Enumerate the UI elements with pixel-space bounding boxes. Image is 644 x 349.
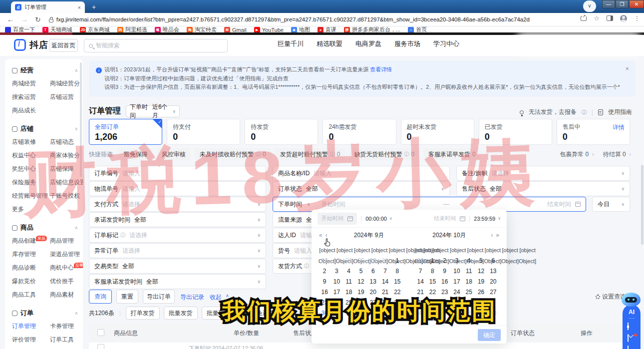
stat-card[interactable]: 24h需发货 0 ✓: [322, 119, 396, 145]
shortcut-link[interactable]: 包裹异常 0 ›: [560, 150, 594, 159]
header-nav-link[interactable]: 电商罗盘: [355, 39, 381, 48]
view-details-link[interactable]: 查看详情: [370, 66, 392, 72]
start-date-input[interactable]: 开始时间: [318, 213, 357, 225]
day-cell[interactable]: 27: [330, 256, 342, 266]
day-cell[interactable]: 10: [330, 277, 342, 287]
day-cell[interactable]: 24: [330, 298, 342, 308]
day-cell[interactable]: 3: [487, 298, 499, 308]
day-cell[interactable]: 28: [379, 298, 391, 308]
sidebar-item[interactable]: 商品管理: [50, 234, 83, 248]
sidebar-item[interactable]: 渠道品管理: [50, 248, 83, 261]
filter-product[interactable]: 商品名称/ID 请输入: [273, 166, 450, 181]
sidebar-section-header[interactable]: 订单 ∧: [12, 307, 83, 320]
stat-card[interactable]: 待支付 0 ✓: [167, 119, 240, 145]
stat-card-detail-link[interactable]: 详情: [613, 123, 625, 132]
day-cell[interactable]: 14: [379, 277, 391, 287]
window-maximize-button[interactable]: ❐: [616, 0, 629, 8]
sidebar-item[interactable]: 保险服务: [12, 176, 50, 189]
filter-abnormal-order[interactable]: 异常订单 请选择 ∨: [89, 243, 266, 258]
header-nav-link[interactable]: 精选联盟: [317, 39, 342, 48]
header-nav-link[interactable]: 巨量千川: [278, 39, 304, 48]
day-cell[interactable]: 9: [319, 277, 330, 287]
sidebar-item[interactable]: 子账号授权: [50, 189, 83, 203]
quick-filter-tag[interactable]: 豁免保障: [119, 148, 153, 160]
assistant-avatar[interactable]: [621, 292, 642, 308]
header-nav-link[interactable]: 学习中心: [433, 39, 459, 48]
bookmark-item[interactable]: M Gmail: [224, 27, 247, 33]
sidebar-section-header[interactable]: 店铺 ∨: [12, 122, 83, 135]
quick-filter-tag[interactable]: 未及时揽收赔付预警 ⓘ 0: [195, 148, 271, 160]
day-cell[interactable]: 29: [426, 298, 438, 308]
reset-button[interactable]: 重置: [116, 290, 138, 304]
day-cell[interactable]: 8: [463, 308, 475, 319]
security-button[interactable]: [628, 346, 636, 349]
refresh-icon[interactable]: ↻: [35, 15, 41, 23]
sidebar-item[interactable]: 订单管理: [12, 320, 50, 333]
day-cell[interactable]: 3: [451, 256, 463, 266]
day-cell[interactable]: 16: [319, 287, 330, 298]
next-month-icon[interactable]: ›: [489, 232, 494, 239]
batch-button[interactable]: 批量发货: [164, 307, 198, 320]
sidebar-item[interactable]: 卡券管理: [50, 320, 83, 333]
sidebar-scrollbar[interactable]: [80, 62, 82, 177]
stat-card[interactable]: 全部订单 1,206 ✓: [89, 119, 162, 145]
day-cell[interactable]: 27: [487, 287, 499, 298]
day-cell[interactable]: 23: [439, 287, 451, 298]
day-cell[interactable]: 21: [414, 287, 426, 298]
day-cell[interactable]: 25: [343, 298, 355, 308]
bookmark-star-icon[interactable]: ☆: [594, 14, 600, 22]
day-cell[interactable]: 30: [367, 256, 379, 266]
batch-button[interactable]: 批量免运费: [240, 307, 280, 320]
sidebar-item[interactable]: 更多: [12, 203, 50, 216]
shortcut-link[interactable]: 待结算 0 ›: [603, 150, 631, 159]
day-cell[interactable]: 5: [426, 308, 438, 319]
window-close-button[interactable]: ✕: [629, 0, 644, 8]
stat-card[interactable]: 超时未发货 0 ✓: [401, 119, 474, 145]
batch-button[interactable]: 批量取消: [202, 307, 236, 320]
sidebar-item[interactable]: 店铺运营: [50, 90, 83, 104]
start-time-select[interactable]: 00:00:00 ∨: [365, 216, 392, 222]
stat-card[interactable]: 售后中 0 详情 ✓: [557, 119, 630, 145]
day-cell[interactable]: 10: [451, 266, 463, 277]
quick-filter-tag[interactable]: 风控审核: [157, 148, 191, 160]
user-guide-link[interactable]: 使用指南: [608, 108, 632, 116]
day-cell[interactable]: 26: [355, 298, 367, 308]
day-cell[interactable]: 30: [414, 256, 426, 266]
row-checkbox[interactable]: [97, 344, 104, 349]
day-cell[interactable]: 28: [343, 256, 355, 266]
tab-close-icon[interactable]: ×: [78, 4, 81, 10]
sidebar-item[interactable]: 库存管理: [12, 248, 50, 261]
browser-tab[interactable]: d 订单管理 ×: [11, 1, 85, 13]
filter-order-status[interactable]: 订单状态 全部 ∨: [273, 181, 450, 196]
sidebar-item[interactable]: 优价推手: [50, 275, 83, 288]
batch-button[interactable]: 打单发货: [126, 307, 160, 320]
sidebar-item[interactable]: 商家体验分: [50, 149, 83, 162]
day-cell[interactable]: 26: [475, 287, 487, 298]
sidebar-item[interactable]: 评价管理: [12, 333, 50, 347]
confirm-button[interactable]: 确定: [478, 329, 501, 341]
tab-search-dropdown[interactable]: ∨: [583, 0, 596, 12]
shop-logo[interactable]: 抖店: [14, 39, 48, 51]
select-all-checkbox[interactable]: [97, 329, 104, 336]
share-icon[interactable]: [581, 16, 587, 21]
sidebar-item[interactable]: 经营账号管理: [12, 189, 50, 203]
day-cell[interactable]: 29: [355, 256, 367, 266]
sidebar-item[interactable]: 商品素材: [50, 288, 83, 302]
sidebar-item[interactable]: 商品创建发品: [12, 234, 50, 248]
day-cell[interactable]: 31: [379, 256, 391, 266]
day-cell[interactable]: 12: [475, 266, 487, 277]
day-cell[interactable]: 19: [355, 287, 367, 298]
day-cell[interactable]: 18: [463, 277, 475, 287]
day-cell[interactable]: 4: [367, 308, 379, 319]
filter-trade-type[interactable]: 交易类型 全部 ∨: [89, 259, 266, 274]
quick-filter-tag[interactable]: 发货超时赔付预警 ⓘ 0: [275, 148, 345, 160]
sidebar-item[interactable]: 商品工具: [12, 288, 50, 302]
day-cell[interactable]: 20: [367, 287, 379, 298]
window-minimize-button[interactable]: —: [602, 0, 615, 8]
day-cell[interactable]: 30: [439, 298, 451, 308]
sidebar-item[interactable]: 商品成长: [12, 104, 50, 117]
next-year-icon[interactable]: »: [494, 232, 501, 239]
url-bar[interactable]: fxg.jinritemai.com/ffa/morder/order/list…: [56, 16, 530, 22]
sidebar-item[interactable]: 商机中心应季: [50, 261, 83, 275]
sidebar-item[interactable]: 店铺信息设置: [50, 176, 83, 189]
